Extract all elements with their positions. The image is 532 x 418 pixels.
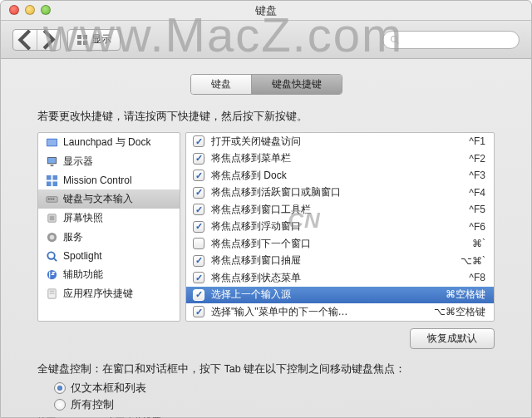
shortcut-row[interactable]: 选择上一个输入源⌘空格键 [186, 287, 494, 304]
sidebar-icon [45, 193, 58, 206]
restore-defaults-button[interactable]: 恢复成默认 [410, 328, 495, 349]
close-icon[interactable] [9, 5, 19, 15]
svg-rect-3 [83, 41, 87, 45]
radio-all-controls[interactable]: 所有控制 [54, 398, 495, 412]
shortcut-label: 将焦点移到状态菜单 [211, 271, 469, 285]
sidebar-item-label: Mission Control [63, 175, 132, 186]
svg-rect-16 [47, 199, 49, 200]
sidebar-item[interactable]: Launchpad 与 Dock [38, 133, 180, 152]
shortcut-key[interactable]: ^F2 [469, 153, 485, 165]
shortcut-row[interactable]: 将焦点移到浮动窗口^F6 [186, 219, 494, 236]
grid-icon [76, 34, 88, 46]
checkbox[interactable] [193, 221, 204, 233]
svg-rect-28 [49, 293, 54, 294]
sidebar-item[interactable]: 辅助功能 [38, 265, 180, 284]
sidebar-item-label: Launchpad 与 Dock [63, 135, 150, 150]
shortcut-label: 将焦点移到浮动窗口 [211, 219, 469, 234]
svg-rect-1 [83, 35, 87, 39]
shortcut-row[interactable]: 将焦点移到窗口工具栏^F5 [186, 201, 494, 219]
sidebar-item[interactable]: 应用程序快捷键 [38, 284, 180, 303]
shortcut-label: 将焦点移到 Dock [211, 169, 469, 183]
zoom-icon[interactable] [41, 5, 51, 15]
svg-rect-18 [52, 199, 54, 200]
back-button[interactable] [13, 30, 37, 50]
shortcut-row[interactable]: 选择"输入"菜单中的下一个输…⌥⌘空格键 [186, 303, 494, 321]
shortcut-row[interactable]: 将焦点移到 Dock^F3 [186, 167, 494, 184]
shortcut-row[interactable]: 将焦点移到窗口抽屉⌥⌘` [186, 253, 494, 270]
shortcut-label: 将焦点移到下一个窗口 [211, 237, 472, 251]
checkbox[interactable] [193, 204, 204, 215]
svg-rect-9 [47, 158, 55, 164]
shortcut-key[interactable]: ^F4 [469, 187, 485, 199]
sidebar-icon [45, 288, 58, 301]
checkbox[interactable] [193, 187, 204, 199]
checkbox[interactable] [193, 170, 204, 181]
shortcut-label: 将焦点移到窗口抽屉 [211, 253, 461, 268]
shortcut-key[interactable]: ⌘` [472, 238, 485, 249]
full-keyboard-note: 按下 Control+F7 来更改此设置。 [37, 416, 495, 419]
radio-text-only[interactable]: 仅文本框和列表 [54, 381, 495, 396]
svg-rect-12 [52, 175, 57, 179]
traffic-lights [9, 5, 51, 15]
shortcut-key[interactable]: ^F8 [469, 272, 485, 283]
shortcut-label: 将焦点移到活跃窗口或脑窗口 [211, 185, 469, 199]
sidebar-item[interactable]: 显示器 [38, 152, 180, 171]
checkbox[interactable] [193, 135, 204, 147]
svg-line-24 [53, 258, 56, 260]
sidebar-item-label: 键盘与文本输入 [63, 192, 133, 206]
shortcut-label: 选择上一个输入源 [211, 288, 446, 302]
checkbox[interactable] [193, 255, 204, 267]
sidebar-item-label: 服务 [63, 230, 83, 244]
sidebar-item[interactable]: Mission Control [38, 171, 180, 189]
shortcut-row[interactable]: 将焦点移到状态菜单^F8 [186, 269, 494, 287]
svg-rect-2 [77, 41, 81, 45]
checkbox[interactable] [193, 289, 204, 301]
sidebar-item[interactable]: 键盘与文本输入 [38, 189, 180, 209]
preferences-window: 键盘 显示 键盘 键盘快捷键 若要更改快捷键，请连按两下快捷键，然后按下新按键。… [0, 0, 532, 418]
forward-button[interactable] [37, 30, 60, 50]
svg-point-4 [392, 36, 397, 42]
checkbox[interactable] [193, 272, 204, 283]
shortcut-key[interactable]: ⌘空格键 [446, 288, 485, 302]
sidebar-icon [45, 136, 58, 150]
full-keyboard-intro: 全键盘控制：在窗口和对话框中，按下 Tab 键在以下控制之间移动键盘焦点： [37, 362, 495, 376]
shortcut-row[interactable]: 将焦点移到菜单栏^F2 [186, 150, 494, 168]
shortcut-row[interactable]: 将焦点移到活跃窗口或脑窗口^F4 [186, 184, 494, 202]
shortcut-key[interactable]: ^F1 [469, 135, 485, 147]
svg-line-5 [397, 41, 399, 43]
tab-keyboard[interactable]: 键盘 [191, 75, 251, 94]
svg-point-23 [47, 252, 54, 258]
checkbox[interactable] [193, 238, 204, 249]
minimize-icon[interactable] [25, 5, 35, 15]
nav-segment [12, 29, 61, 51]
shortcut-key[interactable]: ⌥⌘` [461, 255, 485, 267]
sidebar-item[interactable]: Spotlight [38, 247, 180, 265]
radio-dot-icon [54, 382, 66, 394]
titlebar: 键盘 [1, 1, 531, 21]
window-title: 键盘 [1, 1, 531, 21]
instruction-text: 若要更改快捷键，请连按两下快捷键，然后按下新按键。 [37, 110, 495, 124]
svg-rect-27 [49, 291, 54, 292]
shortcut-row[interactable]: 打开或关闭键盘访问^F1 [186, 133, 494, 150]
shortcut-key[interactable]: ⌥⌘空格键 [434, 305, 485, 319]
tab-shortcuts[interactable]: 键盘快捷键 [251, 75, 342, 94]
checkbox[interactable] [193, 306, 204, 317]
sidebar-item-label: 应用程序快捷键 [63, 287, 133, 301]
sidebar-item-label: 屏幕快照 [63, 211, 103, 225]
shortcut-key[interactable]: ^F3 [469, 170, 485, 181]
search-icon [390, 35, 400, 45]
show-all-button[interactable]: 显示 [67, 29, 121, 51]
checkbox[interactable] [193, 153, 204, 165]
svg-rect-14 [52, 181, 57, 186]
svg-point-22 [49, 235, 54, 240]
search-input[interactable] [382, 31, 520, 49]
sidebar-icon [45, 212, 58, 225]
shortcut-key[interactable]: ^F5 [469, 204, 485, 215]
shortcut-label: 将焦点移到窗口工具栏 [211, 203, 469, 217]
sidebar-item[interactable]: 服务 [38, 228, 180, 247]
svg-rect-7 [47, 140, 56, 146]
sidebar-icon [45, 268, 58, 282]
shortcut-row[interactable]: 将焦点移到下一个窗口⌘` [186, 235, 494, 253]
shortcut-key[interactable]: ^F6 [469, 221, 485, 233]
sidebar-item[interactable]: 屏幕快照 [38, 209, 180, 228]
